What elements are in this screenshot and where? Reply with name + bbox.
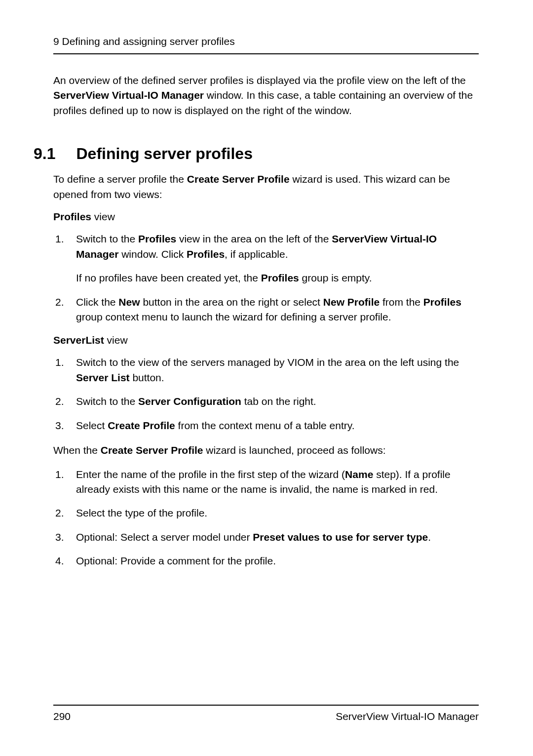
l1i2-b: New: [118, 296, 140, 308]
serverlist-view-steps: Switch to the view of the servers manage…: [53, 355, 479, 433]
page-number: 290: [53, 711, 71, 722]
list3-item3: Optional: Select a server model under Pr…: [53, 530, 479, 545]
l3i3-a: Optional: Select a server model under: [76, 531, 253, 543]
para-launched: When the Create Server Profile wizard is…: [53, 443, 479, 458]
l1i1-e: window. Click: [118, 248, 187, 260]
para1-a: To define a server profile the: [53, 173, 187, 185]
serverlist-view-text: view: [104, 334, 128, 346]
l1i1-b: Profiles: [138, 233, 176, 244]
serverlist-view-label: ServerList view: [53, 334, 479, 346]
l2i3-c: from the context menu of a table entry.: [175, 420, 355, 431]
l1i1-sub-a: If no profiles have been created yet, th…: [76, 272, 261, 283]
list2-item1: Switch to the view of the servers manage…: [53, 355, 479, 385]
profiles-view-steps: Switch to the Profiles view in the area …: [53, 232, 479, 324]
l2i2-b: Server Configuration: [138, 396, 241, 407]
section-number: 9.1: [34, 145, 55, 163]
serverlist-view-bold: ServerList: [53, 334, 104, 346]
profiles-view-label: Profiles view: [53, 211, 479, 223]
l1i1-g: , if applicable.: [225, 248, 288, 260]
l2i1-a: Switch to the view of the servers manage…: [76, 357, 459, 368]
footer-rule: [53, 705, 479, 706]
l2i3-b: Create Profile: [108, 420, 175, 431]
l2i1-b: Server List: [76, 372, 130, 383]
l1i2-f: Profiles: [423, 296, 461, 308]
doc-title: ServerView Virtual-IO Manager: [336, 711, 479, 722]
l1i2-a: Click the: [76, 296, 118, 308]
l2i2-c: tab on the right.: [241, 396, 316, 407]
intro-text-a: An overview of the defined server profil…: [53, 75, 466, 86]
l1i2-e: from the: [380, 296, 423, 308]
section-title: Defining server profiles: [76, 145, 252, 163]
l1i1-sub: If no profiles have been created yet, th…: [76, 271, 479, 285]
list3-item2: Select the type of the profile.: [53, 506, 479, 520]
l2i3-a: Select: [76, 420, 108, 431]
para2-a: When the: [53, 444, 101, 456]
l2i2-a: Switch to the: [76, 396, 138, 407]
profiles-view-bold: Profiles: [53, 211, 91, 222]
l1i1-sub-b: Profiles: [261, 272, 299, 283]
para2-c: wizard is launched, proceed as follows:: [203, 444, 386, 456]
l1i1-c: view in the area on the left of the: [176, 233, 332, 244]
l1i1-f: Profiles: [187, 248, 225, 260]
l3i1-b: Name: [345, 469, 373, 480]
page-footer: 290 ServerView Virtual-IO Manager: [53, 705, 479, 722]
l1i1-sub-c: group is empty.: [299, 272, 372, 283]
header-rule: [53, 53, 479, 54]
l3i1-a: Enter the name of the profile in the fir…: [76, 469, 345, 480]
l3i4-a: Optional: Provide a comment for the prof…: [76, 555, 276, 566]
section-heading: 9.1 Defining server profiles: [34, 145, 479, 163]
intro-paragraph: An overview of the defined server profil…: [53, 73, 479, 118]
list3-item4: Optional: Provide a comment for the prof…: [53, 554, 479, 568]
list1-item1: Switch to the Profiles view in the area …: [53, 232, 479, 285]
list2-item2: Switch to the Server Configuration tab o…: [53, 394, 479, 409]
l3i3-c: .: [428, 531, 431, 543]
l1i2-d: New Profile: [323, 296, 380, 308]
wizard-steps: Enter the name of the profile in the fir…: [53, 467, 479, 569]
profiles-view-text: view: [91, 211, 115, 222]
para-define: To define a server profile the Create Se…: [53, 172, 479, 202]
para2-b: Create Server Profile: [101, 444, 203, 456]
l1i2-c: button in the area on the right or selec…: [140, 296, 323, 308]
page-header: 9 Defining and assigning server profiles: [53, 36, 479, 47]
l3i2-a: Select the type of the profile.: [76, 507, 207, 518]
l2i1-c: button.: [130, 372, 164, 383]
para1-b: Create Server Profile: [187, 173, 290, 185]
l3i3-b: Preset values to use for server type: [253, 531, 428, 543]
intro-bold: ServerView Virtual-IO Manager: [53, 89, 204, 101]
list2-item3: Select Create Profile from the context m…: [53, 418, 479, 433]
list3-item1: Enter the name of the profile in the fir…: [53, 467, 479, 497]
l1i2-g: group context menu to launch the wizard …: [76, 311, 391, 322]
list1-item2: Click the New button in the area on the …: [53, 295, 479, 325]
l1i1-a: Switch to the: [76, 233, 138, 244]
